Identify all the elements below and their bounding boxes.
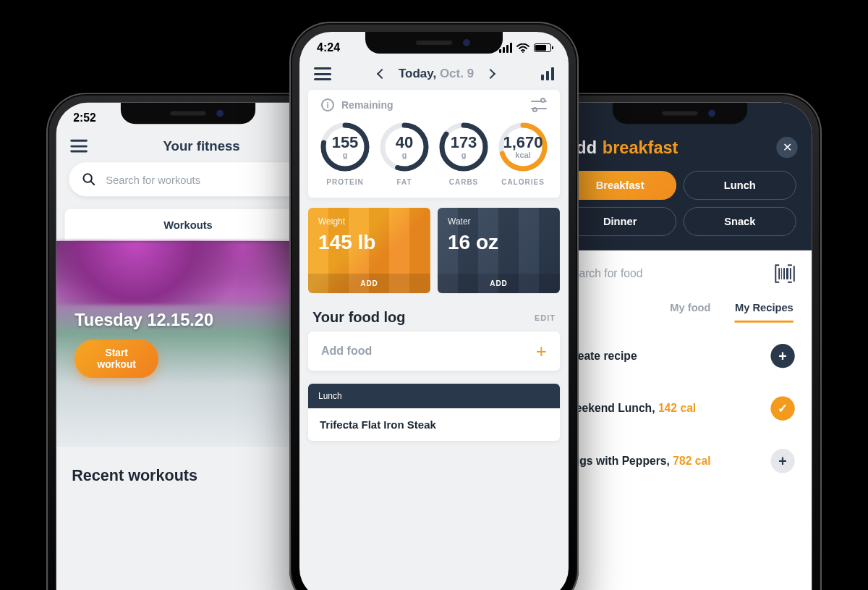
water-card[interactable]: Water 16 oz ADD	[438, 208, 560, 293]
prev-day-button[interactable]	[377, 69, 387, 79]
plus-icon: +	[536, 340, 547, 363]
add-weight-button[interactable]: ADD	[308, 274, 430, 293]
battery-icon	[534, 43, 551, 52]
menu-icon[interactable]	[70, 140, 88, 153]
plus-icon[interactable]: +	[770, 449, 794, 473]
meal-item: Trifecta Flat Iron Steak	[308, 408, 560, 441]
page-title: Your fitness	[98, 138, 306, 154]
edit-button[interactable]: EDIT	[535, 313, 556, 322]
phone-add-meal: ✕ Add breakfast BreakfastLunchDinnerSnac…	[538, 93, 822, 590]
svg-line-1	[90, 181, 94, 185]
add-water-button[interactable]: ADD	[438, 274, 560, 293]
page-title: Add breakfast	[563, 138, 796, 158]
macros-panel: i Remaining 155g PROTEIN	[308, 90, 560, 198]
list-item[interactable]: Weekend Lunch, 142 cal✓	[548, 382, 812, 435]
meal-pill-snack[interactable]: Snack	[684, 207, 796, 236]
meal-pill-dinner[interactable]: Dinner	[563, 207, 676, 236]
settings-icon[interactable]	[531, 99, 547, 111]
meal-pill-breakfast[interactable]: Breakfast	[563, 171, 676, 200]
phone-nutrition: 4:24 Today, Oct. 9	[289, 22, 579, 590]
macro-ring-protein[interactable]: 155g PROTEIN	[318, 120, 372, 186]
tab-my recipes[interactable]: My Recipes	[735, 301, 793, 322]
notch	[365, 32, 503, 54]
menu-icon[interactable]	[314, 67, 331, 80]
wifi-icon	[516, 43, 529, 53]
notch	[613, 103, 747, 124]
check-icon[interactable]: ✓	[770, 397, 794, 421]
phone-fitness: 2:52 ↗ Your fitness Search for workouts …	[46, 93, 330, 590]
search-placeholder: Search for workouts	[106, 173, 200, 185]
next-day-button[interactable]	[485, 69, 495, 79]
weight-card[interactable]: Weight 145 lb ADD	[308, 208, 430, 293]
workout-hero: Tuesday 12.15.20 Start workout	[56, 241, 320, 447]
info-icon[interactable]: i	[321, 98, 334, 111]
search-input[interactable]: Search for workouts	[69, 162, 307, 196]
tab-my food[interactable]: My food	[670, 301, 710, 322]
meal-name: Lunch	[308, 384, 560, 408]
close-button[interactable]: ✕	[776, 137, 797, 158]
notch	[121, 103, 255, 124]
meal-pill-lunch[interactable]: Lunch	[684, 171, 796, 200]
macro-ring-fat[interactable]: 40g FAT	[378, 120, 431, 186]
start-workout-button[interactable]: Start workout	[75, 340, 158, 378]
tab-workouts[interactable]: Workouts	[64, 209, 311, 241]
status-time: 4:24	[317, 41, 340, 54]
meal-card[interactable]: Lunch Trifecta Flat Iron Steak	[308, 384, 560, 441]
remaining-label: Remaining	[341, 99, 393, 111]
hero-date: Tuesday 12.15.20	[75, 310, 302, 329]
search-food-input[interactable]: Search for food	[548, 250, 812, 298]
stats-icon[interactable]	[541, 67, 554, 80]
list-item[interactable]: Create recipe +	[548, 329, 812, 382]
macro-ring-carbs[interactable]: 173g CARBS	[437, 120, 490, 186]
foodlog-heading: Your food log	[312, 309, 406, 326]
recent-workouts-heading: Recent workouts	[56, 447, 320, 485]
macro-ring-calories[interactable]: 1,670kcal CALORIES	[496, 120, 550, 186]
date-label[interactable]: Today, Oct. 9	[399, 67, 474, 81]
add-food-button[interactable]: Add food +	[308, 332, 560, 371]
search-icon	[82, 172, 96, 187]
status-time: 2:52	[73, 112, 95, 125]
list-item[interactable]: Eggs with Peppers, 782 cal+	[548, 434, 812, 487]
barcode-icon[interactable]	[775, 266, 794, 282]
plus-icon[interactable]: +	[770, 344, 794, 368]
